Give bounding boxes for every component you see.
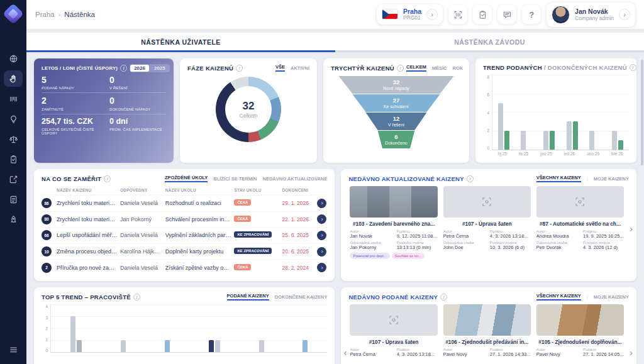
bar xyxy=(70,316,75,352)
tab-my-kaizens[interactable]: MOJE KAIZENY xyxy=(594,176,629,182)
top5-card: TOP 5 TREND – PRACOVIŠTĚ i PODANÉ KAIZEN… xyxy=(34,287,335,364)
funnel-title: TRYCHTÝŘ KAIZENŮ xyxy=(331,65,394,72)
kaizen-card[interactable]: #107 - Úprava šaten AutorPetra Černá Pod… xyxy=(443,186,531,275)
chevron-right-icon[interactable]: › xyxy=(426,9,438,20)
tab-recently-updated[interactable]: NEDÁVNO AKTUALIZOVANÉ xyxy=(263,176,328,182)
kaizen-photo xyxy=(443,186,531,218)
sidebar-item-barcode[interactable] xyxy=(4,91,23,107)
filter-all[interactable]: VŠE xyxy=(275,64,285,72)
sidebar-item-documents[interactable] xyxy=(4,191,23,207)
kaizen-author: Andrea Moudrá xyxy=(536,233,579,239)
stat-label: ZAMÍTNUTÉ xyxy=(42,108,104,111)
sidebar-item-export[interactable] xyxy=(4,171,23,187)
info-icon[interactable]: i xyxy=(630,64,636,71)
stat-label: DOKONČENÉ NÁPADY xyxy=(109,108,166,111)
filter-month[interactable]: MĚSÍC xyxy=(432,65,447,71)
phases-title: FÁZE KAIZENŮ xyxy=(187,65,233,72)
czech-flag-icon xyxy=(382,9,398,19)
table-row[interactable]: 86 Zrychlení toku materiálu ... Daniela … xyxy=(42,195,327,211)
hamburger-icon xyxy=(9,345,18,355)
kaizen-photo xyxy=(536,186,624,218)
tab-submitted-kaizens[interactable]: PODANÉ KAIZENY xyxy=(227,293,269,301)
tab-all-kaizens[interactable]: VŠECHNY KAIZENY xyxy=(536,175,581,182)
stat-label: V ŘEŠENÍ xyxy=(109,86,166,90)
open-row-button[interactable]: › xyxy=(317,263,326,272)
info-icon[interactable]: i xyxy=(104,175,111,182)
tab-user-board[interactable]: NÁSTĚNKA UŽIVATELE xyxy=(26,33,335,52)
filter-year[interactable]: ROK xyxy=(452,65,463,71)
info-icon[interactable]: i xyxy=(133,294,140,301)
info-icon[interactable]: i xyxy=(440,294,447,301)
menu-button[interactable] xyxy=(4,341,23,358)
sidebar-item-tasks[interactable] xyxy=(4,151,23,167)
table-row[interactable]: 2 Příručka pro nové zaměstn... Daniela V… xyxy=(42,259,327,275)
info-icon[interactable]: i xyxy=(397,65,404,72)
tab-all-kaizens[interactable]: VŠECHNY KAIZENY xyxy=(536,293,581,301)
open-row-button[interactable]: › xyxy=(317,199,326,208)
scrollbar[interactable] xyxy=(641,60,643,165)
open-row-button[interactable]: › xyxy=(317,214,326,224)
hand-icon xyxy=(9,74,18,84)
kaizen-id-badge: 66 xyxy=(42,230,52,240)
bar xyxy=(618,140,623,150)
sidebar-item-globe[interactable] xyxy=(4,50,23,67)
savings-card: LETOS / LONI (ČISTÉ ÚSPORY) i 2026 2025 … xyxy=(34,58,174,163)
kaizen-id-badge: 10 xyxy=(42,246,52,256)
kaizen-card[interactable]: #105 - Zjednodušení doplňován... AutorPa… xyxy=(536,304,624,364)
kaizen-photo xyxy=(536,304,624,336)
plant-selector[interactable]: Praha PRG01 › xyxy=(377,4,443,25)
info-icon[interactable]: i xyxy=(120,65,127,72)
sidebar-item-rocket[interactable] xyxy=(4,211,23,228)
open-row-button[interactable]: › xyxy=(317,247,326,256)
app-logo[interactable] xyxy=(3,3,24,25)
kaizen-card[interactable]: #107 - Úprava šaten AutorPetra Černá Pod… xyxy=(350,304,437,364)
tab-my-kaizens[interactable]: MOJE KAIZENY xyxy=(594,294,629,300)
tab-upcoming-deadline[interactable]: BLÍŽÍCÍ SE TERMÍN xyxy=(213,176,257,182)
info-icon[interactable]: i xyxy=(467,175,474,182)
chevron-right-icon[interactable]: › xyxy=(619,9,630,20)
table-row[interactable]: 66 Lepší uspořádání měřicích ... Daniela… xyxy=(42,227,327,243)
kaizen-card[interactable]: #103 - Zavedení barevného zna... AutorJa… xyxy=(350,186,437,275)
donut-total-label: Celkem xyxy=(240,113,258,119)
tab-completed-kaizens[interactable]: DOKONČENÉ KAIZENY xyxy=(275,294,328,300)
bar xyxy=(498,103,503,150)
rocket-icon xyxy=(9,215,18,224)
carousel-next-icon[interactable]: › xyxy=(630,224,633,233)
open-row-button[interactable]: › xyxy=(317,231,326,240)
x-axis: říj 25lis 25pro 25led 26úno 26bře 26 xyxy=(492,150,629,157)
filter-active[interactable]: AKTIVNÍ xyxy=(291,65,309,71)
kaizen-photo xyxy=(443,304,531,336)
due-date: 20. 6. 2025 xyxy=(282,248,314,255)
bar xyxy=(573,121,578,150)
breadcrumb-current: Nástěnka xyxy=(64,11,95,18)
kaizen-card[interactable]: #106 - Zjednodušit předávání in... Autor… xyxy=(443,304,531,364)
table-row[interactable]: 80 Zrychlení toku materiálu ... Jan Poko… xyxy=(42,211,327,228)
breadcrumb-root[interactable]: Praha xyxy=(35,11,55,18)
tab-plant-board[interactable]: NÁSTĚNKA ZÁVODU xyxy=(335,33,644,52)
funnel-step: 6Dokončeno xyxy=(338,131,453,148)
stat-value: 0 xyxy=(109,75,166,85)
carousel-prev-icon[interactable]: ‹ xyxy=(343,348,347,357)
year-2026-button[interactable]: 2026 xyxy=(130,65,149,72)
carousel-next-icon[interactable]: › xyxy=(630,348,633,357)
sidebar-item-evaluation[interactable] xyxy=(4,131,23,147)
feedback-button[interactable] xyxy=(497,5,516,24)
tab-delayed-tasks[interactable]: ZPOŽDĚNÉ ÚKOLY xyxy=(165,175,208,182)
tasks-button[interactable] xyxy=(473,5,492,24)
table-row[interactable]: 10 Změna procesu objednává... Karolína H… xyxy=(42,243,327,260)
kaizen-submitted: 4. 3. 2026 13:18... xyxy=(490,233,531,239)
filter-total[interactable]: CELKEM xyxy=(406,64,426,72)
sidebar-item-kaizen[interactable] xyxy=(4,70,23,87)
bar xyxy=(550,131,555,150)
app: Praha › Nástěnka Praha PRG01 › ? xyxy=(0,0,644,364)
kaizen-card[interactable]: #87 - Automatické světlo na ch... AutorA… xyxy=(536,186,624,275)
year-2025-button[interactable]: 2025 xyxy=(150,65,169,72)
sidebar-item-ideas[interactable] xyxy=(4,111,23,127)
info-icon[interactable]: i xyxy=(236,65,243,72)
kaizen-submitted: 9. 12. 2025 11:08... xyxy=(397,233,438,239)
kaizen-id-badge: 86 xyxy=(42,198,52,208)
scan-button[interactable] xyxy=(448,5,467,24)
user-menu[interactable]: Jan Novák Company admin › xyxy=(547,3,635,27)
help-button[interactable]: ? xyxy=(522,5,541,24)
stat-label: PRŮM. ČAS IMPLEMENTACE xyxy=(109,128,166,131)
